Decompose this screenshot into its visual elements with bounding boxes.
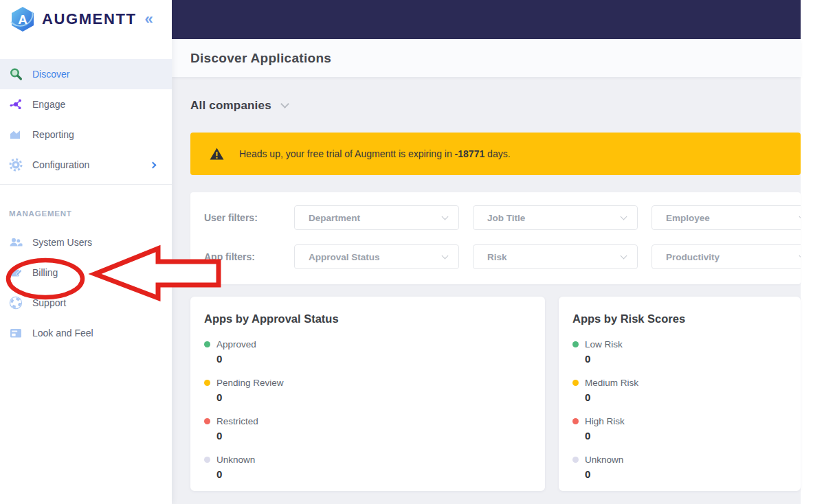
- primary-nav: Discover Engage: [0, 59, 172, 180]
- legend-value: 0: [216, 353, 531, 365]
- svg-text:A: A: [18, 12, 27, 27]
- sidebar-collapse-icon[interactable]: «: [144, 12, 153, 26]
- content: All companies Heads up, your free trial …: [172, 99, 801, 491]
- employee-filter-select[interactable]: Employee: [652, 205, 801, 230]
- chevron-down-icon: [799, 214, 801, 220]
- legend-value: 0: [216, 391, 531, 403]
- department-filter-select[interactable]: Department: [294, 205, 459, 230]
- page-header: Discover Applications: [172, 39, 801, 77]
- lifebuoy-icon: [9, 296, 23, 310]
- trial-warning-text: Heads up, your free trial of Augmentt is…: [239, 148, 511, 159]
- legend-dot: [572, 457, 579, 463]
- legend-dot: [204, 341, 210, 347]
- legend-item: Restricted 0: [204, 416, 531, 442]
- job-title-filter-select[interactable]: Job Title: [473, 205, 638, 230]
- sidebar-item-configuration[interactable]: Configuration: [0, 150, 172, 180]
- sidebar-item-label: Support: [32, 297, 66, 308]
- chevron-down-icon: [621, 214, 627, 220]
- sidebar-item-label: Reporting: [32, 129, 74, 140]
- sidebar-item-label: Billing: [32, 267, 58, 278]
- legend-dot: [204, 457, 210, 463]
- approval-status-filter-select[interactable]: Approval Status: [294, 244, 459, 269]
- topbar: [172, 0, 801, 39]
- company-selector-value: All companies: [190, 99, 271, 113]
- legend-dot: [204, 418, 210, 424]
- appearance-card-icon: [9, 326, 23, 340]
- legend-item: Pending Review 0: [204, 378, 531, 403]
- sidebar: A AUGMENTT « Discover: [0, 0, 172, 504]
- users-icon: [9, 236, 23, 249]
- legend-value: 0: [585, 468, 787, 480]
- sidebar-item-label: Look and Feel: [32, 328, 93, 339]
- gear-icon: [9, 158, 23, 172]
- sidebar-item-label: Configuration: [32, 159, 89, 170]
- chevron-down-icon: [621, 253, 627, 260]
- magnifier-icon: [9, 67, 23, 81]
- legend-dot: [204, 380, 210, 386]
- billing-icon: [9, 266, 23, 279]
- augmentt-logo-icon: A: [9, 5, 36, 33]
- sidebar-item-billing[interactable]: Billing: [0, 257, 172, 288]
- approval-status-card: Apps by Approval Status Approved 0 Pendi…: [190, 297, 545, 491]
- main-area: Discover Applications All companies Head…: [172, 0, 801, 504]
- sidebar-item-engage[interactable]: Engage: [0, 89, 172, 119]
- chevron-down-icon: [442, 253, 449, 260]
- legend-dot: [572, 418, 579, 424]
- legend-value: 0: [216, 468, 531, 480]
- warning-triangle-icon: [210, 148, 224, 160]
- summary-cards: Apps by Approval Status Approved 0 Pendi…: [190, 297, 801, 491]
- sidebar-item-discover[interactable]: Discover: [0, 59, 172, 89]
- legend-item: High Risk 0: [572, 416, 787, 442]
- legend-item: Unknown 0: [572, 455, 787, 480]
- sidebar-divider: [0, 184, 172, 185]
- user-filters-label: User filters:: [204, 205, 258, 230]
- legend-item: Unknown 0: [204, 455, 531, 480]
- legend-value: 0: [585, 353, 787, 365]
- sidebar-item-label: Engage: [32, 99, 65, 110]
- logo-row: A AUGMENTT «: [0, 0, 172, 38]
- card-title: Apps by Approval Status: [204, 312, 531, 325]
- company-selector[interactable]: All companies: [190, 99, 288, 113]
- card-title: Apps by Risk Scores: [572, 312, 787, 325]
- chevron-down-icon: [442, 214, 449, 220]
- brand-wordmark: AUGMENTT: [42, 10, 136, 28]
- productivity-filter-select[interactable]: Productivity: [652, 244, 801, 269]
- sidebar-item-look-and-feel[interactable]: Look and Feel: [0, 318, 172, 348]
- trial-warning-banner: Heads up, your free trial of Augmentt is…: [190, 133, 801, 175]
- legend-value: 0: [585, 391, 787, 403]
- chevron-down-icon: [799, 253, 801, 260]
- legend-value: 0: [216, 430, 531, 442]
- expand-chevron-icon[interactable]: [150, 161, 157, 168]
- chevron-down-icon: [280, 100, 289, 108]
- management-nav: System Users Billing Support: [0, 227, 172, 348]
- trial-days-remaining: -18771: [455, 148, 485, 159]
- sidebar-item-label: Discover: [32, 69, 69, 80]
- filters-panel: User filters: Department Job Title Emplo…: [190, 192, 801, 284]
- risk-filter-select[interactable]: Risk: [473, 244, 638, 269]
- sidebar-item-system-users[interactable]: System Users: [0, 227, 172, 257]
- page-title: Discover Applications: [190, 51, 331, 66]
- sidebar-item-label: System Users: [32, 237, 92, 248]
- sidebar-item-reporting[interactable]: Reporting: [0, 119, 172, 150]
- app-filters-label: App filters:: [204, 244, 255, 269]
- legend-dot: [572, 380, 579, 386]
- legend-item: Low Risk 0: [572, 339, 787, 365]
- legend-item: Approved 0: [204, 339, 531, 365]
- sidebar-item-support[interactable]: Support: [0, 288, 172, 318]
- chart-icon: [9, 128, 23, 141]
- legend-value: 0: [585, 430, 787, 442]
- legend-dot: [572, 341, 579, 347]
- legend-item: Medium Risk 0: [572, 378, 787, 403]
- management-section-label: MANAGEMENT: [9, 209, 172, 218]
- network-icon: [9, 98, 23, 111]
- risk-scores-card: Apps by Risk Scores Low Risk 0 Medium Ri…: [559, 297, 801, 491]
